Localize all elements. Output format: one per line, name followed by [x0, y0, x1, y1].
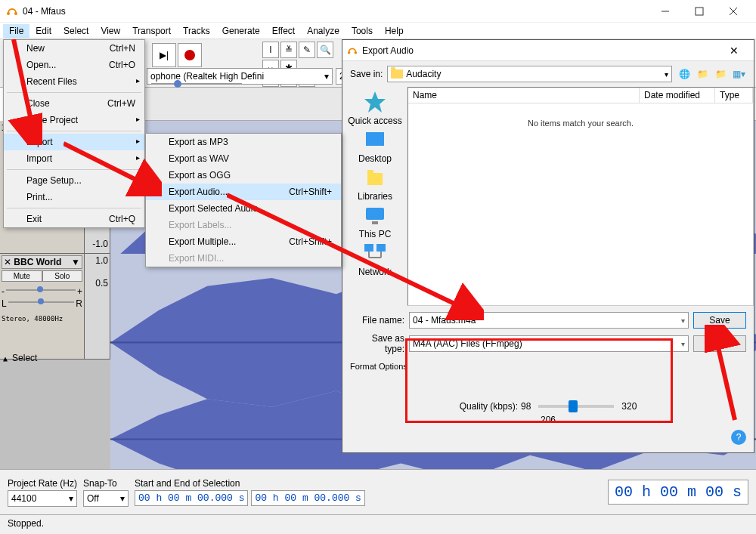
- mi-new[interactable]: NewCtrl+N: [4, 40, 144, 57]
- svg-point-11: [348, 51, 351, 54]
- col-date[interactable]: Date modified: [640, 88, 715, 103]
- draw-icon[interactable]: ✎: [299, 42, 315, 58]
- selection-toolbar: Project Rate (Hz) 44100▾ Snap-To Off▾ St…: [0, 469, 756, 514]
- save-button[interactable]: Save: [693, 312, 746, 329]
- format-options-label: Format Options: [350, 362, 746, 371]
- snap-combo[interactable]: Off▾: [83, 490, 129, 507]
- col-type[interactable]: Type: [715, 88, 753, 103]
- mute-button[interactable]: Mute: [2, 270, 42, 282]
- savetype-combo[interactable]: M4A (AAC) Files (FFmpeg): [409, 335, 689, 352]
- up-icon[interactable]: 📁: [695, 66, 710, 82]
- menu-edit[interactable]: Edit: [29, 24, 57, 38]
- smi-export-audio[interactable]: Export Audio...Ctrl+Shift+: [146, 184, 341, 200]
- smi-mp3[interactable]: Export as MP3: [146, 134, 341, 150]
- menu-tools[interactable]: Tools: [345, 24, 379, 38]
- menu-generate[interactable]: Generate: [216, 24, 266, 38]
- track-menu-icon[interactable]: ▼: [71, 257, 80, 267]
- places-sidebar: Quick access Desktop Libraries This PC N…: [342, 87, 407, 306]
- menu-tracks[interactable]: Tracks: [177, 24, 216, 38]
- rate-label: Project Rate (Hz): [8, 478, 77, 489]
- place-network[interactable]: Network: [358, 241, 392, 277]
- file-list[interactable]: Name Date modified Type No items match y…: [407, 87, 754, 306]
- col-name[interactable]: Name: [408, 88, 640, 103]
- savein-combo[interactable]: Audacity: [387, 66, 672, 82]
- track1-select[interactable]: Select: [12, 353, 37, 363]
- quality-max: 320: [621, 401, 637, 412]
- svg-rect-16: [367, 170, 373, 173]
- smi-export-selected[interactable]: Export Selected Audio...: [146, 200, 341, 217]
- svg-rect-17: [366, 208, 384, 220]
- app-icon: [6, 5, 18, 17]
- smi-export-multiple[interactable]: Export Multiple...Ctrl+Shift+: [146, 233, 341, 250]
- minimize-button[interactable]: [648, 0, 682, 23]
- svg-rect-15: [367, 173, 383, 185]
- snap-label: Snap-To: [83, 478, 129, 489]
- place-thispc[interactable]: This PC: [359, 203, 392, 239]
- newfolder-icon[interactable]: 📁: [713, 66, 728, 82]
- skip-end-button[interactable]: ▶|: [152, 43, 176, 67]
- place-desktop[interactable]: Desktop: [358, 128, 392, 164]
- svg-rect-3: [696, 8, 703, 15]
- file-menu: NewCtrl+N Open...Ctrl+O Recent Files Clo…: [3, 39, 145, 228]
- svg-marker-13: [364, 91, 386, 113]
- track2-panel: ✕ BBC World▼ MuteSolo -+ LR Stereo, 4800…: [0, 254, 85, 359]
- quality-label: Quality (kbps):: [460, 401, 518, 412]
- filename-label: File name:: [350, 315, 404, 326]
- sel-end[interactable]: 00 h 00 m 00.000 s: [251, 490, 364, 506]
- mi-import[interactable]: Import: [4, 150, 144, 167]
- back-icon[interactable]: 🌐: [677, 66, 692, 82]
- svg-rect-18: [372, 221, 378, 224]
- dialog-close-icon[interactable]: ✕: [719, 45, 749, 57]
- dialog-icon: [347, 45, 358, 56]
- sel-start[interactable]: 00 h 00 m 00.000 s: [135, 490, 248, 506]
- audio-position: 00 h 00 m 00 s: [608, 480, 748, 505]
- solo-button[interactable]: Solo: [42, 270, 83, 282]
- mi-page-setup[interactable]: Page Setup...: [4, 172, 144, 189]
- status-text: Stopped.: [8, 518, 44, 529]
- statusbar: Stopped.: [0, 514, 756, 534]
- export-dialog: Export Audio ✕ Save in: Audacity 🌐 📁 📁 ▦…: [342, 39, 754, 453]
- smi-ogg[interactable]: Export as OGG: [146, 167, 341, 184]
- menu-view[interactable]: View: [94, 24, 126, 38]
- mi-export[interactable]: Export: [4, 134, 144, 150]
- device-value: ophone (Realtek High Defini: [150, 71, 264, 82]
- filename-input[interactable]: 04 - Mfaus.m4a: [409, 312, 689, 329]
- menu-help[interactable]: Help: [379, 24, 410, 38]
- smi-export-midi: Export MIDI...: [146, 250, 341, 267]
- maximize-button[interactable]: [682, 0, 716, 23]
- close-button[interactable]: [716, 0, 750, 23]
- track2-info: Stereo, 48000Hz: [2, 315, 82, 323]
- export-submenu: Export as MP3 Export as WAV Export as OG…: [145, 133, 342, 267]
- mi-recent[interactable]: Recent Files: [4, 73, 144, 90]
- mi-save-project[interactable]: Save Project: [4, 112, 144, 128]
- rate-combo[interactable]: 44100▾: [8, 490, 77, 507]
- envelope-icon[interactable]: ≚: [280, 42, 297, 58]
- place-quickaccess[interactable]: Quick access: [348, 90, 401, 126]
- menu-effect[interactable]: Effect: [266, 24, 301, 38]
- help-icon[interactable]: ?: [731, 430, 746, 445]
- mi-close[interactable]: CloseCtrl+W: [4, 95, 144, 112]
- views-icon[interactable]: ▦▾: [731, 66, 746, 82]
- ibeam-icon[interactable]: I: [262, 42, 279, 58]
- titlebar: 04 - Mfaus: [0, 0, 756, 23]
- menu-select[interactable]: Select: [57, 24, 94, 38]
- quality-slider[interactable]: [538, 405, 614, 408]
- savetype-label: Save as type:: [350, 333, 404, 354]
- dialog-title: Export Audio: [362, 45, 719, 56]
- svg-rect-20: [376, 244, 386, 252]
- zoom-icon[interactable]: 🔍: [317, 42, 333, 58]
- svg-rect-14: [366, 132, 384, 146]
- cancel-button[interactable]: Cancel: [693, 335, 746, 352]
- svg-rect-19: [364, 244, 373, 252]
- savein-label: Save in:: [350, 69, 383, 79]
- mi-open[interactable]: Open...Ctrl+O: [4, 57, 144, 73]
- smi-wav[interactable]: Export as WAV: [146, 150, 341, 167]
- window-title: 04 - Mfaus: [23, 6, 648, 17]
- menu-file[interactable]: File: [3, 24, 29, 38]
- mi-exit[interactable]: ExitCtrl+Q: [4, 211, 144, 227]
- record-button[interactable]: [178, 43, 202, 67]
- place-libraries[interactable]: Libraries: [358, 165, 392, 202]
- menu-analyze[interactable]: Analyze: [301, 24, 345, 38]
- mi-print[interactable]: Print...: [4, 189, 144, 205]
- menu-transport[interactable]: Transport: [126, 24, 177, 38]
